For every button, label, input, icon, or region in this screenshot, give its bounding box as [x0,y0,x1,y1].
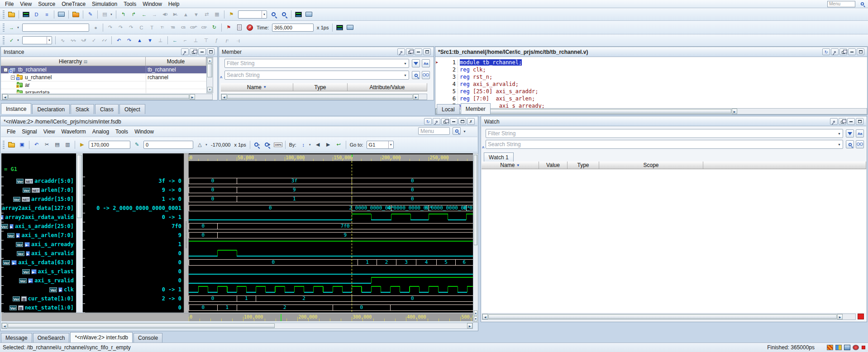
grid-icon[interactable] [827,345,833,350]
instance-col-hierarchy[interactable]: Hierarchy ▤ [1,57,146,66]
source-line-7[interactable]: 7wire axi_s_arready; [435,102,867,108]
wave-signal-name[interactable]: ▶array2axi_rdata[127:0] [1,204,74,213]
dock-tab-declaration[interactable]: Declaration [32,104,70,114]
wave-signal-value[interactable]: 0 [178,267,181,276]
wave-signal-value[interactable]: 0 [178,258,181,267]
member-filter-funnel-icon[interactable] [412,59,420,67]
nwave-menu-view[interactable]: View [40,128,58,135]
new-schematic-icon[interactable]: D [32,10,41,19]
watch-search-icon[interactable] [846,140,854,148]
wave-signal-name[interactable]: Ver▨next_state[1:0] [10,303,74,312]
dock-tab-instance[interactable]: Instance [1,103,31,114]
member-float-button[interactable] [406,48,414,55]
copy-icon[interactable]: ▤ [52,140,62,149]
marker-icon[interactable]: ✎ [132,140,142,149]
watch-collapse-arrow[interactable]: ˄ [482,145,484,150]
wave-signal-name[interactable]: ▶array2axi_rdata_valid [1,213,74,222]
watch-max-button[interactable] [856,118,863,125]
wave-signal-name[interactable]: Ver▶axi_s_araddr[25:0] [1,222,74,231]
instance-col-module[interactable]: Module [146,57,206,66]
wave-signal-name[interactable]: Ver▶-axi_s_arready [16,240,74,249]
source-max-button[interactable] [857,48,864,55]
nwave-menu-signal[interactable]: Signal [19,128,40,135]
watch-pin-button[interactable] [830,118,838,125]
nwave-float-button[interactable] [441,118,449,125]
source-line-1[interactable]: ➤1module tb_rchannel; [435,59,867,66]
redo-icon[interactable]: ↷ [124,36,134,45]
instance-row-ar[interactable]: Tar [1,81,206,89]
watch-col-name[interactable]: Name ▼ [482,162,539,169]
cut-icon[interactable]: ✂ [42,140,52,149]
watch-hscrollbar[interactable]: ◀▶ [482,314,856,320]
wave-signal-name[interactable]: VerNETarcaddr[5:0] [16,176,74,186]
member-pin-button[interactable] [397,48,405,55]
hierarchy-view-icon[interactable]: ≡ [42,10,52,19]
zoom-out-icon[interactable]: − [253,140,262,149]
member-collapse-arrow[interactable]: ˄ [220,75,222,80]
wave-overview-ruler[interactable]: 0100,000200,000300,000400,000500,000 [189,313,473,321]
bookmark-icon[interactable]: ⚑ [227,10,236,19]
instance-float-button[interactable] [190,48,197,55]
filter-check2-icon[interactable]: ✓✓ [100,36,109,45]
forward-icon[interactable]: → [150,10,159,19]
instance-vscrollbar[interactable]: ▲▼ [206,57,213,93]
copy-icon[interactable]: ▤ [100,10,110,19]
monitor-icon[interactable] [844,345,850,350]
wave-signal-name[interactable]: Ver▶-axi_s_rdata[63:0] [3,258,74,267]
menu-tools[interactable]: Tools [120,0,139,8]
freq-up-icon[interactable]: ƒ↑ [222,36,232,45]
wave-signal-name[interactable]: VerNETarraddr[15:0] [13,195,74,204]
wave-signal-name[interactable]: Ver▶-axi_s_rlast [22,267,74,276]
main-menu-search-input[interactable]: Menu [827,1,855,7]
wave-signal-value[interactable]: 7f0 [172,222,181,231]
bottom-tab-onesearch[interactable]: OneSearch [33,333,70,342]
source-line-3[interactable]: 3reg rst_n; [435,73,867,81]
trace-step-icon[interactable]: ↷ [126,23,136,32]
nwave-min-button[interactable] [450,118,458,125]
wave-signal-names-panel[interactable]: = G1VerNETarcaddr[5:0]VerNETarlen[7:0]Ve… [1,153,76,313]
wave-signal-name[interactable]: Ver▶clk [49,285,74,294]
wave-signal-value[interactable]: 0 -> 2_0000_0000_0000_0001 [96,204,181,213]
tree-expander-icon[interactable]: + [11,76,15,80]
source-float-button[interactable] [839,48,847,55]
wave-signal-name[interactable]: Ver▨cur_state[1:0] [13,294,74,303]
menu-simulation[interactable]: Simulation [89,0,120,8]
wave-signal-value[interactable]: 1 -> 0 [162,195,181,204]
nmanager-launch-icon[interactable] [345,23,355,32]
nwave-menu-search-dropdown[interactable]: ▼ [463,130,466,133]
watch-col-type[interactable]: Type [568,162,599,169]
wave-group-label[interactable]: = G1 [4,166,17,172]
source-line-4[interactable]: 4reg axi_s_arvalid; [435,81,867,88]
nwave-menu-waveform[interactable]: Waveform [58,128,89,135]
next-result-icon[interactable]: ▼ [191,10,201,19]
compare-wave2-icon[interactable]: ∿∿ [68,36,78,45]
zoom-in-icon[interactable]: + [263,140,272,149]
search-mode-icon[interactable]: ↕ [299,140,308,149]
bottom-tab-console[interactable]: Console [134,333,162,342]
wave-signal-value[interactable]: 0 [178,276,181,285]
wave-signal-value[interactable]: 9 -> 0 [162,186,181,195]
nwave-menu-analog[interactable]: Analog [89,128,112,135]
bottom-tab-message[interactable]: Message [1,333,32,342]
sync-icon[interactable]: ↻ [210,23,219,32]
session-folder-icon[interactable] [71,10,81,19]
bottom-tab--nwave-2-inter-fsdb[interactable]: *<nWave:2> inter.fsdb [70,332,133,342]
nwave-menu-file[interactable]: File [4,128,19,135]
console-app-icon[interactable] [304,10,314,19]
source-window-icon[interactable] [57,10,66,19]
goto-definition-icon[interactable]: ↰ [119,10,128,19]
check-signal-icon[interactable]: ✓ [7,36,16,45]
advanced-search-icon[interactable] [279,10,289,19]
nwave-menu-tools[interactable]: Tools [112,128,131,135]
nwave-menu-search-input[interactable]: Menu [418,127,450,135]
waveform-svg[interactable]: 050,000100,000150,000200,000250,00003f00… [189,153,473,313]
nwave-titlebar[interactable]: *<nWave:2> /home/ICer/ic_prjs/mc/sim/int… [1,117,477,126]
compare-wave-icon[interactable]: ∿ [58,36,67,45]
run-icon[interactable]: → [7,23,16,32]
trace-tb-icon[interactable]: TB [168,23,177,32]
instance-row-tb_rchannel[interactable]: -Mtb_rchanneltb_rchannel [1,66,206,74]
source-reload-button[interactable]: ↻ [822,48,830,55]
source-pin-button[interactable] [831,48,839,55]
move-down-icon[interactable]: ▼ [145,36,155,45]
compare-clear-icon[interactable]: ∿✗ [79,36,88,45]
